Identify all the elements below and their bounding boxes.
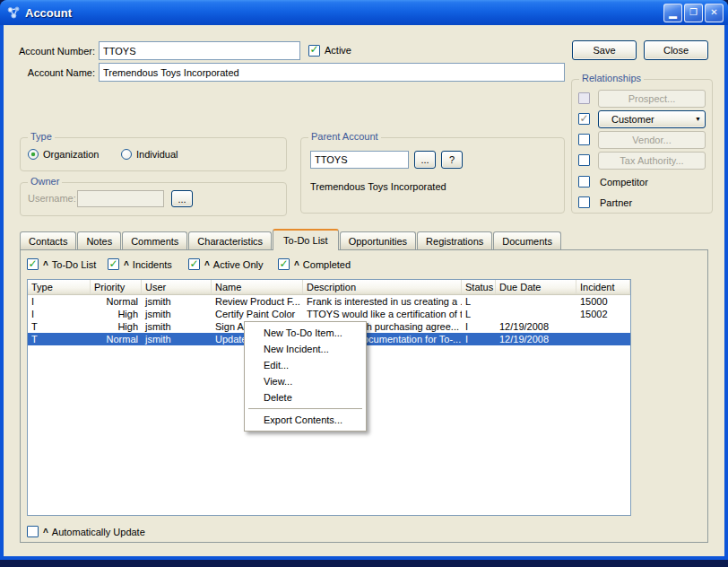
cell-priority: High [91,320,142,333]
cell-type: T [28,333,91,345]
customer-label: Customer [611,114,654,125]
vendor-button[interactable]: Vendor... [598,131,706,149]
table-row-2[interactable]: I High jsmith Certify Paint Color TTOYS … [28,308,630,320]
cell-description: TTOYS would like a certification of t... [303,308,462,320]
owner-group: Owner Username: ... [20,182,287,216]
tax-authority-row: Tax Authority... [578,151,706,170]
tab-to-do-list[interactable]: To-Do List [273,229,339,250]
window-title: Account [25,6,663,20]
column-header-priority[interactable]: Priority [91,280,142,294]
filter-incidents-checkbox[interactable]: ✓ [108,258,119,270]
tab-opportunities[interactable]: Opportunities [340,231,416,249]
cell-name: Certify Paint Color [212,308,303,320]
cell-incident [576,333,630,345]
individual-radio[interactable] [121,149,132,160]
parent-account-input[interactable] [310,151,409,169]
cell-due-date: 12/19/2008 [496,320,576,333]
active-checkbox-row: ✓ Active [308,43,351,57]
column-header-name[interactable]: Name [212,280,303,294]
parent-account-help-button[interactable]: ? [441,151,463,169]
owner-group-title: Owner [28,176,62,187]
partner-label: Partner [600,197,632,208]
app-icon [6,5,21,20]
cell-user: jsmith [142,320,212,333]
cell-type: T [28,320,91,333]
menu-item-delete[interactable]: Delete [247,389,364,406]
parent-account-browse-button[interactable]: ... [414,151,436,169]
cell-due-date [496,308,576,320]
minimize-icon: ▬ [669,13,677,21]
parent-account-group: Parent Account ... ? Tremendous Toys Inc… [300,137,565,214]
menu-item-edit[interactable]: Edit... [247,357,364,373]
check-icon: ✓ [108,258,117,269]
minimize-button[interactable]: ▬ [663,4,682,22]
tab-notes[interactable]: Notes [77,231,121,249]
save-button[interactable]: Save [572,40,637,60]
organization-radio[interactable] [28,149,39,160]
username-input [77,190,164,207]
partner-checkbox[interactable] [578,196,590,208]
column-header-due-date[interactable]: Due Date [496,280,576,294]
filter-completed-label: Completed [303,259,351,270]
customer-dropdown-button[interactable]: Customer ▼ [598,110,706,128]
cell-priority: Normal [91,333,142,345]
column-header-type[interactable]: Type [28,280,91,294]
vendor-checkbox[interactable] [578,134,590,145]
title-bar[interactable]: Account ▬ ❐ ✕ [0,0,728,25]
competitor-row: Competitor [578,172,706,191]
partner-row: Partner [578,193,706,212]
individual-option: Individual [121,148,178,161]
account-name-input[interactable] [99,63,565,82]
username-label: Username: [28,193,76,204]
column-header-incident[interactable]: Incident [576,280,630,294]
restore-button[interactable]: ❐ [684,4,703,22]
menu-item-new-incident[interactable]: New Incident... [247,341,364,357]
caret-icon: ^ [294,261,299,270]
tab-characteristics[interactable]: Characteristics [188,231,272,249]
organization-option: Organization [28,148,99,161]
prospect-button[interactable]: Prospect... [598,90,706,108]
cell-status: I [462,333,496,345]
close-icon: ✕ [710,8,717,17]
relationships-group: Relationships Prospect... ✓ Customer ▼ V… [571,79,713,214]
cell-description: Frank is interested in us creating a ... [303,295,462,308]
column-header-user[interactable]: User [142,280,212,294]
auto-update-checkbox[interactable] [27,526,39,537]
cell-status: I [462,320,496,333]
competitor-checkbox[interactable] [578,176,590,188]
check-icon: ✓ [279,258,288,269]
filter-active-only-checkbox[interactable]: ✓ [188,258,200,270]
dropdown-arrow-icon: ▼ [695,116,701,122]
cell-status: L [462,295,496,308]
tab-comments[interactable]: Comments [122,231,187,249]
tax-authority-checkbox[interactable] [578,154,590,166]
tax-authority-button[interactable]: Tax Authority... [598,152,706,170]
cell-type: I [28,295,91,308]
owner-browse-button[interactable]: ... [171,190,193,207]
prospect-checkbox[interactable] [578,92,590,104]
cell-priority: High [91,308,142,320]
filter-incidents-label: Incidents [133,259,172,270]
cell-type: I [28,308,91,320]
menu-item-view[interactable]: View... [247,373,364,389]
menu-item-export-contents[interactable]: Export Contents... [247,412,364,428]
column-header-status[interactable]: Status [462,280,496,294]
filter-todo-list-checkbox[interactable]: ✓ [27,258,39,270]
active-checkbox[interactable]: ✓ [308,45,320,57]
filter-completed-checkbox[interactable]: ✓ [278,258,290,270]
tab-registrations[interactable]: Registrations [417,231,492,249]
close-account-button[interactable]: Close [644,40,708,60]
prospect-row: Prospect... [578,89,706,108]
column-header-description[interactable]: Description [303,280,462,294]
individual-label: Individual [136,149,178,160]
account-number-input[interactable] [99,41,300,60]
customer-checkbox[interactable]: ✓ [578,113,590,125]
auto-update-label: Automatically Update [52,527,145,537]
competitor-label: Competitor [600,177,648,188]
tab-documents[interactable]: Documents [493,231,561,249]
close-button[interactable]: ✕ [705,4,724,22]
tab-contacts[interactable]: Contacts [20,231,76,249]
table-row-1[interactable]: I Normal jsmith Review Product F... Fran… [28,295,630,308]
menu-item-new-todo-item[interactable]: New To-Do Item... [247,325,364,341]
cell-name: Review Product F... [212,295,303,308]
